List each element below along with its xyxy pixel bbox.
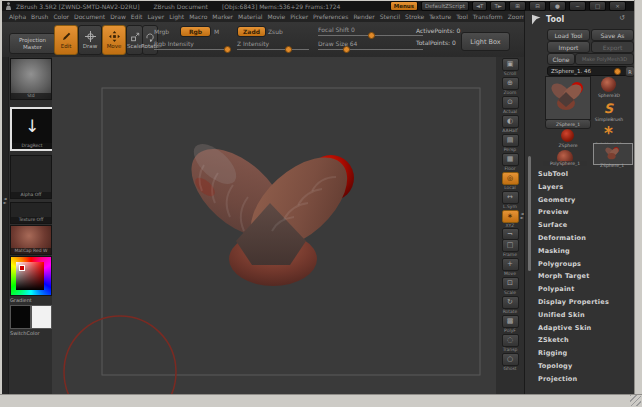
left-tray-divider-handle[interactable]: ◄►: [2, 197, 8, 205]
lsym-button[interactable]: ↔L.Sym: [499, 191, 521, 210]
menu-item[interactable]: Tool: [455, 13, 469, 20]
lock-button[interactable]: ●: [549, 1, 566, 11]
transp-button[interactable]: ◌Transp: [499, 334, 521, 353]
z-intensity-track[interactable]: [237, 49, 309, 50]
right-tray-divider-handle[interactable]: ◄►: [519, 212, 525, 220]
pivot-button[interactable]: ¬: [499, 229, 521, 239]
draw-button[interactable]: Draw: [78, 25, 102, 55]
ghost-button[interactable]: ○Ghost: [499, 353, 521, 372]
menu-item[interactable]: Movie: [266, 13, 286, 20]
restore-button[interactable]: □: [589, 1, 606, 11]
minimize-button[interactable]: −: [569, 1, 586, 11]
zoom-button[interactable]: ⊕Zoom: [499, 77, 521, 96]
tool-item-sphere3d[interactable]: [601, 77, 616, 92]
frame-button[interactable]: □Frame: [499, 239, 521, 258]
floor-button[interactable]: ▦Floor: [499, 153, 521, 172]
focal-shift-knob[interactable]: [368, 32, 375, 39]
menu-item[interactable]: Stencil: [379, 13, 401, 20]
menu-item[interactable]: Draw: [109, 13, 127, 20]
tool-item-simplebrush[interactable]: S: [601, 101, 616, 116]
draw-size-knob[interactable]: [343, 46, 350, 53]
zadd-button[interactable]: Zadd: [237, 26, 266, 37]
subpalette-header[interactable]: Rigging: [525, 347, 635, 360]
left-tray-scrollbar[interactable]: [2, 57, 9, 394]
alpha-thumbnail[interactable]: Alpha Off: [10, 155, 52, 199]
texture-thumbnail[interactable]: Texture Off: [10, 202, 52, 224]
menu-item[interactable]: Color: [52, 13, 70, 20]
edit-button[interactable]: Edit: [54, 25, 78, 55]
menu-item[interactable]: Render: [352, 13, 375, 20]
subpalette-header[interactable]: Deformation: [525, 232, 635, 245]
active-tool-thumbnail[interactable]: [545, 76, 591, 120]
m-button[interactable]: M: [214, 28, 219, 35]
subpalette-header[interactable]: Geometry: [525, 194, 635, 207]
document-canvas[interactable]: [52, 57, 496, 394]
zsphere-model[interactable]: [176, 132, 364, 286]
save-as-button[interactable]: Save As: [591, 29, 634, 41]
subpalette-header[interactable]: Morph Target: [525, 270, 635, 283]
tray-prev-button[interactable]: ◄T: [472, 1, 488, 11]
subpalette-header[interactable]: Preview: [525, 206, 635, 219]
restore-config-icon[interactable]: ↺: [619, 14, 625, 22]
tool-item-zsphere[interactable]: [561, 129, 574, 142]
menu-item[interactable]: Layer: [146, 13, 165, 20]
subpalette-header[interactable]: Display Properties: [525, 296, 635, 309]
clone-button[interactable]: Clone: [547, 53, 575, 65]
close-button[interactable]: ×: [609, 1, 626, 11]
move-3d-button[interactable]: +Move: [499, 258, 521, 277]
main-color-swatch[interactable]: [10, 305, 31, 329]
menu-item[interactable]: Document: [73, 13, 106, 20]
tool-item-polymesh3d[interactable]: *: [601, 127, 616, 142]
subpalette-header[interactable]: Adaptive Skin: [525, 322, 635, 335]
light-box-button[interactable]: Light Box: [461, 32, 510, 51]
scale-3d-button[interactable]: ⊡Scale: [499, 277, 521, 296]
subpalette-header[interactable]: Topology: [525, 360, 635, 373]
rgb-intensity-knob[interactable]: [224, 46, 231, 53]
menu-item[interactable]: Marker: [211, 13, 234, 20]
load-tool-button[interactable]: Load Tool: [547, 29, 590, 41]
default-zscript-button[interactable]: DefaultZScript: [421, 1, 469, 11]
xyz-button[interactable]: ∗XYZ: [499, 210, 521, 229]
polyf-button[interactable]: ▩PolyF: [499, 315, 521, 334]
subpalette-header[interactable]: Unified Skin: [525, 309, 635, 322]
move-button[interactable]: Move: [102, 25, 126, 55]
brush-thumbnail[interactable]: Std: [10, 58, 52, 100]
menu-item[interactable]: Brush: [30, 13, 49, 20]
export-button[interactable]: Export: [591, 41, 634, 53]
menu-item[interactable]: Macro: [188, 13, 208, 20]
make-polymesh3d-button[interactable]: Make PolyMesh3D: [575, 53, 634, 65]
color-picker[interactable]: [10, 256, 52, 296]
tool-name-knob[interactable]: [614, 68, 621, 75]
menu-item[interactable]: Edit: [130, 13, 144, 20]
menu-item[interactable]: Stroke: [404, 13, 425, 20]
local-button[interactable]: ◎Local: [499, 172, 521, 191]
color-picker-field[interactable]: [16, 262, 44, 290]
mrgb-button[interactable]: Mrgb: [154, 28, 169, 35]
menu-item[interactable]: Picker: [289, 13, 309, 20]
tray-next-button[interactable]: T►: [490, 1, 506, 11]
scale-button[interactable]: Scale: [126, 25, 143, 55]
resize-grip[interactable]: [630, 395, 641, 406]
projection-master-button[interactable]: Projection Master: [9, 33, 56, 54]
stroke-thumbnail[interactable]: ↓ DragRect: [10, 107, 54, 151]
secondary-color-swatch[interactable]: [31, 305, 52, 329]
subpalette-header[interactable]: Projection: [525, 373, 635, 386]
zsub-button[interactable]: Zsub: [268, 28, 283, 35]
menus-toggle-button[interactable]: Menus: [390, 1, 418, 11]
import-button[interactable]: Import: [547, 41, 590, 53]
menu-item[interactable]: Preferences: [312, 13, 349, 20]
rotate-3d-button[interactable]: ↻Rotate: [499, 296, 521, 315]
persp-button[interactable]: ▤Persp: [499, 134, 521, 153]
menu-item[interactable]: Light: [168, 13, 185, 20]
scroll-button[interactable]: ▣Scroll: [499, 58, 521, 77]
draw-size-track[interactable]: [318, 49, 423, 50]
z-intensity-knob[interactable]: [285, 46, 292, 53]
subpalette-header[interactable]: SubTool: [525, 168, 635, 181]
subpalette-header[interactable]: Polygroups: [525, 258, 635, 271]
subpalette-header[interactable]: Surface: [525, 219, 635, 232]
aahalf-button[interactable]: ◐AAHalf: [499, 115, 521, 134]
material-thumbnail[interactable]: MatCap Red W: [10, 225, 52, 255]
actual-button[interactable]: ⊙Actual: [499, 96, 521, 115]
subpalette-header[interactable]: Masking: [525, 245, 635, 258]
rgb-button[interactable]: Rgb: [180, 26, 211, 37]
